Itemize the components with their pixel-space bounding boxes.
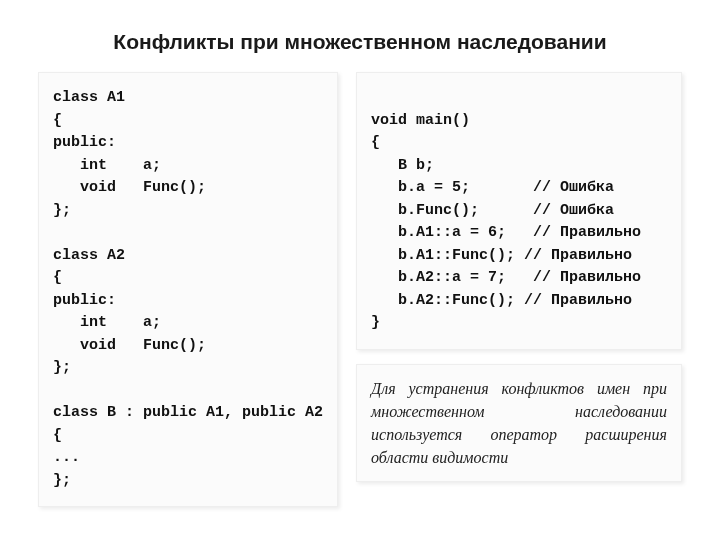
slide-title: Конфликты при множественном наследовании [38,30,682,54]
code-block-classes: class A1 { public: int a; void Func(); }… [38,72,338,507]
code-block-main: void main() { B b; b.a = 5; // Ошибка b.… [356,72,682,350]
content-columns: class A1 { public: int a; void Func(); }… [38,72,682,507]
right-column: void main() { B b; b.a = 5; // Ошибка b.… [356,72,682,482]
left-column: class A1 { public: int a; void Func(); }… [38,72,338,507]
slide: Конфликты при множественном наследовании… [0,0,720,540]
explanation-note: Для устранения конфликтов имен при множе… [356,364,682,483]
